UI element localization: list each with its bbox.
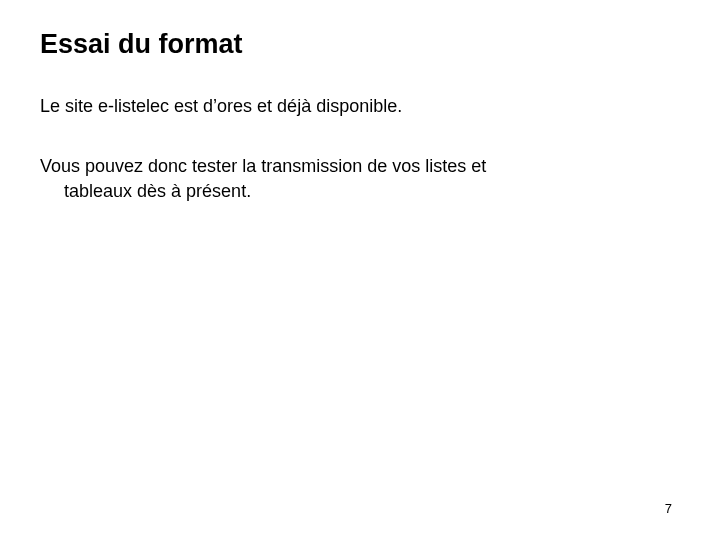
- paragraph-2-line-1: Vous pouvez donc tester la transmission …: [40, 156, 486, 176]
- slide-title: Essai du format: [40, 28, 680, 60]
- page-number: 7: [665, 501, 672, 516]
- paragraph-1: Le site e-listelec est d’ores et déjà di…: [40, 94, 680, 119]
- paragraph-2-line-2: tableaux dès à présent.: [40, 181, 251, 201]
- slide-container: Essai du format Le site e-listelec est d…: [0, 0, 720, 540]
- paragraph-2: Vous pouvez donc tester la transmission …: [40, 154, 680, 204]
